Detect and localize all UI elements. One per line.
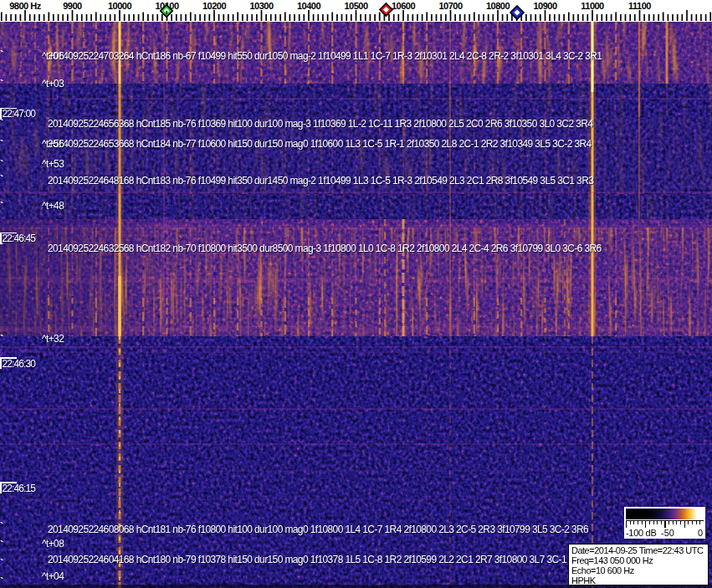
svg-text:10600: 10600 [392,1,415,11]
svg-text:10400: 10400 [297,1,320,11]
svg-text:10200: 10200 [202,1,226,11]
svg-text:9900: 9900 [63,1,82,11]
svg-text:10700: 10700 [438,1,462,11]
svg-text:9800 Hz: 9800 Hz [9,1,41,11]
svg-text:11100: 11100 [628,1,651,11]
svg-text:10000: 10000 [108,1,131,11]
svg-text:10800: 10800 [486,1,510,11]
svg-text:11000: 11000 [581,1,604,11]
svg-text:10300: 10300 [249,1,273,11]
svg-text:10900: 10900 [533,1,556,11]
svg-text:10500: 10500 [344,1,367,11]
